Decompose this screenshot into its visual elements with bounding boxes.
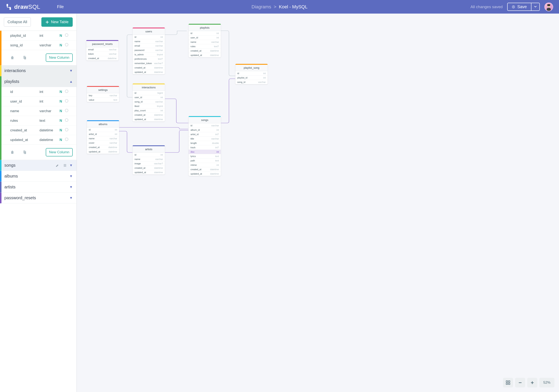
table-column[interactable]: covervarchar (87, 140, 119, 145)
app-logo[interactable]: drawSQL (6, 3, 40, 10)
clone-icon[interactable] (22, 150, 27, 155)
table-column[interactable]: namevarchar (133, 39, 165, 43)
zoom-out-button[interactable]: − (515, 378, 525, 387)
save-dropdown-button[interactable] (531, 3, 540, 11)
table-column[interactable]: keyvarchar (87, 93, 119, 98)
new-column-button[interactable]: New Column (46, 148, 73, 156)
table-name[interactable]: users (133, 28, 165, 35)
table-column[interactable]: is_admintinyint (133, 52, 165, 56)
table-name[interactable]: albums (87, 121, 119, 127)
table-column[interactable]: updated_atdatetime (189, 171, 221, 176)
table-column[interactable]: tokenvarchar (86, 52, 118, 56)
zoom-in-button[interactable]: + (527, 378, 537, 387)
zoom-level[interactable]: 52% (539, 378, 554, 387)
table-playlist_song[interactable]: playlist_songidintplaylist_idintsong_idv… (235, 64, 268, 84)
column-radio[interactable] (65, 33, 70, 38)
table-name[interactable]: playlists (189, 25, 221, 31)
table-column[interactable]: trackint? (189, 145, 221, 149)
column-radio[interactable] (65, 99, 70, 103)
table-column[interactable]: play_countint (133, 108, 165, 112)
user-avatar[interactable] (544, 2, 553, 11)
table-column[interactable]: user_idint (133, 95, 165, 99)
table-column[interactable]: preferencestext? (133, 56, 165, 61)
sidebar-head-albums[interactable]: albums ▼ (1, 171, 76, 181)
table-column[interactable]: updated_atdatetime (189, 53, 221, 57)
table-column[interactable]: namevarchar (133, 157, 165, 161)
column-radio[interactable] (65, 138, 70, 142)
column-radio[interactable] (65, 43, 70, 47)
table-column[interactable]: valuetext (87, 98, 119, 102)
table-name[interactable]: interactions (133, 84, 165, 91)
collapse-all-button[interactable]: Collapse All (4, 17, 31, 27)
table-playlists[interactable]: playlistsidintuser_idintnamevarcharrules… (188, 24, 221, 57)
table-column[interactable]: idint (133, 35, 165, 39)
table-column[interactable]: user_idint (189, 35, 221, 40)
column-row[interactable]: user_id int N (1, 96, 76, 106)
column-row[interactable]: song_id varchar N (1, 40, 76, 50)
table-column[interactable]: song_idvarchar (235, 80, 268, 84)
table-interactions[interactable]: interactionsidbigintuser_idintsong_idvar… (132, 83, 165, 121)
save-button[interactable]: Save (507, 3, 531, 11)
sidebar-head-songs[interactable]: songs ▼ (1, 160, 76, 171)
table-column[interactable]: created_atdatetime (133, 166, 165, 170)
table-name[interactable]: settings (87, 87, 119, 93)
table-column[interactable]: updated_atdatetime (87, 149, 119, 154)
table-column[interactable]: album_idint (189, 128, 221, 132)
sidebar-head-playlists[interactable]: playlists ▲ (1, 76, 76, 87)
column-row[interactable]: updated_at datetime N (1, 135, 76, 145)
table-column[interactable]: lyricstext (189, 154, 221, 158)
table-column[interactable]: created_atdatetime (133, 112, 165, 117)
list-icon[interactable] (63, 164, 67, 167)
table-column[interactable]: playlist_idint (235, 75, 268, 80)
sidebar-head-interactions[interactable]: interactions ▼ (1, 65, 76, 76)
table-column[interactable]: idbigint (133, 91, 165, 95)
table-column[interactable]: updated_atdatetime (133, 70, 165, 74)
table-password_resets[interactable]: password_resetsemailvarchartokenvarcharc… (86, 40, 119, 61)
column-row[interactable]: playlist_id int N (1, 31, 76, 40)
table-column[interactable]: idint (189, 31, 221, 35)
column-row[interactable]: name varchar N (1, 106, 76, 116)
table-column[interactable]: namevarchar (189, 40, 221, 44)
table-albums[interactable]: albumsidintartist_idintnamevarcharcoverv… (87, 120, 119, 154)
table-column[interactable]: artist_idint (87, 132, 119, 136)
edit-icon[interactable] (56, 164, 59, 167)
breadcrumb-link-diagrams[interactable]: Diagrams (252, 4, 271, 9)
column-row[interactable]: created_at datetime N (1, 125, 76, 135)
table-songs[interactable]: songsidvarcharalbum_idintartist_idint?ti… (188, 116, 221, 176)
table-column[interactable]: created_atdatetime (86, 56, 118, 60)
delete-icon[interactable] (10, 55, 14, 60)
table-column[interactable]: artist_idint? (189, 132, 221, 136)
sidebar-head-artists[interactable]: artists ▼ (1, 182, 76, 192)
diagram-canvas[interactable]: playlist_songidintplaylist_idintsong_idv… (77, 14, 559, 392)
new-table-button[interactable]: New Table (41, 17, 73, 27)
table-name[interactable]: playlist_song (235, 65, 268, 71)
table-column[interactable]: song_idvarchar (133, 99, 165, 104)
table-artists[interactable]: artistsidintnamevarcharimagevarchar?crea… (132, 145, 165, 175)
table-name[interactable]: password_resets (86, 41, 118, 47)
column-radio[interactable] (65, 109, 70, 113)
table-name[interactable]: songs (189, 117, 221, 123)
column-radio[interactable] (65, 90, 70, 94)
table-column[interactable]: emailvarchar (133, 43, 165, 48)
table-column[interactable]: idint (133, 152, 165, 157)
table-name[interactable]: artists (133, 146, 165, 152)
column-row[interactable]: id int N (1, 87, 76, 96)
grid-view-button[interactable] (503, 378, 513, 387)
table-column[interactable]: imagevarchar? (133, 161, 165, 166)
clone-icon[interactable] (22, 55, 27, 60)
table-column[interactable]: pathtext (189, 158, 221, 163)
table-column[interactable]: idint (235, 71, 268, 75)
table-column[interactable]: discint (189, 149, 221, 154)
sidebar-head-password-resets[interactable]: password_resets ▼ (1, 193, 76, 203)
table-column[interactable]: namevarchar (87, 136, 119, 140)
table-column[interactable]: created_atdatetime (189, 167, 221, 171)
table-column[interactable]: rulestext? (189, 44, 221, 48)
sidebar-list[interactable]: playlist_id int N song_id varchar N New … (0, 31, 76, 392)
table-column[interactable]: idint (87, 127, 119, 132)
table-column[interactable]: mtimeint (189, 163, 221, 167)
table-column[interactable]: updated_atdatetime (133, 170, 165, 174)
table-column[interactable]: titlevarchar (189, 136, 221, 141)
table-users[interactable]: usersidintnamevarcharemailvarcharpasswor… (132, 27, 165, 74)
column-row[interactable]: rules text N (1, 116, 76, 125)
table-settings[interactable]: settingskeyvarcharvaluetext (87, 86, 119, 102)
